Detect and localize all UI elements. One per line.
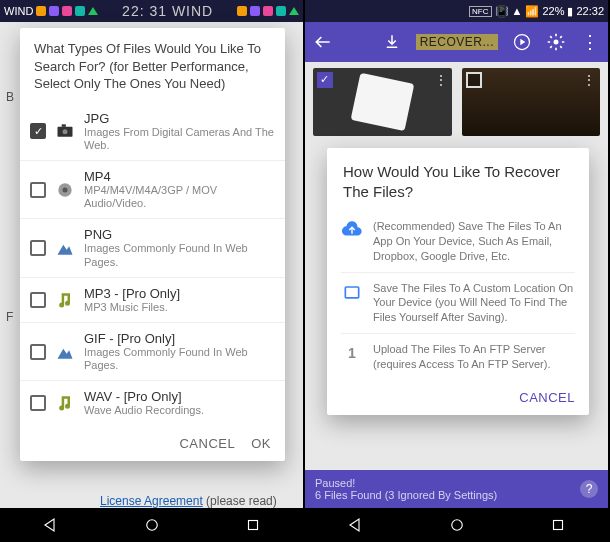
back-icon[interactable] — [42, 516, 60, 534]
paused-bar: Paused! 6 Files Found (3 Ignored By Sett… — [305, 470, 608, 508]
image-icon — [54, 341, 76, 363]
help-icon[interactable]: ? — [580, 480, 598, 498]
thumbnail-checkbox[interactable] — [317, 72, 333, 88]
camera-icon — [54, 120, 76, 142]
cancel-button[interactable]: CANCEL — [519, 390, 575, 405]
thumbnail-more-icon[interactable]: ⋮ — [434, 72, 448, 88]
cancel-button[interactable]: CANCEL — [179, 436, 235, 451]
back-icon[interactable] — [347, 516, 365, 534]
status-bar: NFC 📳 ▲ 📶 22% ▮ 22:32 — [305, 0, 608, 22]
file-type-name: MP3 - [Pro Only] — [84, 286, 275, 301]
thumbnail-more-icon[interactable]: ⋮ — [582, 72, 596, 88]
ok-button[interactable]: OK — [251, 436, 271, 451]
carrier-label: WIND — [4, 5, 33, 17]
svg-rect-11 — [553, 521, 562, 530]
checkbox[interactable] — [30, 182, 46, 198]
recover-option-text: Save The Files To A Custom Location On Y… — [373, 281, 575, 326]
status-app-icon — [49, 6, 59, 16]
recover-options-list: (Recommended) Save The Files To An App O… — [327, 211, 589, 380]
status-app-icon — [237, 6, 247, 16]
bg-license: License Agreement (please read) — [100, 494, 277, 508]
ftp-icon: 1 — [341, 342, 363, 364]
recover-option-ftp[interactable]: 1 Upload The Files To An FTP Server (req… — [341, 334, 575, 380]
screen-right: NFC 📳 ▲ 📶 22% ▮ 22:32 RECOVER... ⋮ ⋮ — [305, 0, 608, 542]
app-bar: RECOVER... ⋮ — [305, 22, 608, 62]
checkbox[interactable] — [30, 344, 46, 360]
file-type-row-wav[interactable]: WAV - [Pro Only] Wave Audio Recordings. — [20, 381, 285, 425]
recents-icon[interactable] — [244, 516, 262, 534]
home-icon[interactable] — [143, 516, 161, 534]
thumbnail[interactable]: ⋮ — [462, 68, 601, 136]
file-type-row-mp4[interactable]: MP4 MP4/M4V/M4A/3GP / MOV Audio/Video. — [20, 161, 285, 219]
recents-icon[interactable] — [549, 516, 567, 534]
status-app-icon — [62, 6, 72, 16]
svg-rect-2 — [62, 125, 66, 128]
recover-option-local[interactable]: Save The Files To A Custom Location On Y… — [341, 273, 575, 335]
svg-point-8 — [554, 40, 559, 45]
checkbox[interactable] — [30, 240, 46, 256]
file-type-name: GIF - [Pro Only] — [84, 331, 275, 346]
back-arrow-icon[interactable] — [313, 32, 333, 52]
dialog-title: What Types Of Files Would You Like To Se… — [20, 28, 285, 103]
checkbox[interactable] — [30, 292, 46, 308]
play-store-icon — [88, 7, 98, 15]
bg-letter: B — [6, 90, 14, 104]
license-link[interactable]: License Agreement — [100, 494, 203, 508]
svg-point-1 — [63, 130, 68, 135]
cloud-upload-icon — [341, 219, 363, 241]
folder-icon — [341, 281, 363, 303]
file-type-name: WAV - [Pro Only] — [84, 389, 275, 404]
svg-point-10 — [451, 520, 462, 531]
recover-label[interactable]: RECOVER... — [416, 34, 498, 50]
film-icon — [54, 179, 76, 201]
home-icon[interactable] — [448, 516, 466, 534]
nav-bar — [0, 508, 303, 542]
svg-point-4 — [63, 187, 68, 192]
status-app-icon — [36, 6, 46, 16]
file-type-desc: Images Commonly Found In Web Pages. — [84, 346, 275, 372]
status-bar: WIND 22: 31 WIND — [0, 0, 303, 22]
nav-bar — [305, 508, 608, 542]
file-type-row-mp3[interactable]: MP3 - [Pro Only] MP3 Music Files. — [20, 278, 285, 323]
file-type-row-png[interactable]: PNG Images Commonly Found In Web Pages. — [20, 219, 285, 277]
paused-title: Paused! — [315, 477, 598, 489]
screen-left: WIND 22: 31 WIND B F License Agreement (… — [0, 0, 303, 542]
status-app-icon — [276, 6, 286, 16]
status-clock: 22: 31 WIND — [98, 3, 237, 19]
checkbox[interactable] — [30, 123, 46, 139]
thumbnail-grid: ⋮ ⋮ — [313, 68, 600, 136]
thumbnail[interactable]: ⋮ — [313, 68, 452, 136]
music-icon — [54, 392, 76, 414]
play-circle-icon[interactable] — [512, 32, 532, 52]
recover-option-cloud[interactable]: (Recommended) Save The Files To An App O… — [341, 211, 575, 273]
file-type-desc: MP4/M4V/M4A/3GP / MOV Audio/Video. — [84, 184, 275, 210]
dialog-actions: CANCEL OK — [20, 426, 285, 461]
recover-dialog: How Would You Like To Recover The Files?… — [327, 148, 589, 415]
svg-rect-9 — [345, 287, 358, 298]
vibrate-icon: 📳 — [495, 5, 509, 18]
file-type-name: JPG — [84, 111, 275, 126]
file-types-dialog: What Types Of Files Would You Like To Se… — [20, 28, 285, 461]
nfc-label: NFC — [469, 6, 491, 17]
file-type-desc: Images Commonly Found In Web Pages. — [84, 242, 275, 268]
file-type-desc: MP3 Music Files. — [84, 301, 275, 314]
file-type-list: JPG Images From Digital Cameras And The … — [20, 103, 285, 426]
file-type-row-gif[interactable]: GIF - [Pro Only] Images Commonly Found I… — [20, 323, 285, 381]
file-type-name: PNG — [84, 227, 275, 242]
signal-icon: 📶 — [525, 5, 539, 18]
file-type-desc: Images From Digital Cameras And The Web. — [84, 126, 275, 152]
download-icon[interactable] — [382, 32, 402, 52]
file-type-row-jpg[interactable]: JPG Images From Digital Cameras And The … — [20, 103, 285, 161]
recover-option-text: (Recommended) Save The Files To An App O… — [373, 219, 575, 264]
svg-point-5 — [146, 520, 157, 531]
gear-icon[interactable] — [546, 32, 566, 52]
music-icon — [54, 289, 76, 311]
status-app-icon — [75, 6, 85, 16]
dialog-actions: CANCEL — [327, 380, 589, 415]
more-icon[interactable]: ⋮ — [580, 32, 600, 52]
thumbnail-checkbox[interactable] — [466, 72, 482, 88]
checkbox[interactable] — [30, 395, 46, 411]
clock-label: 22:32 — [576, 5, 604, 17]
image-icon — [54, 237, 76, 259]
file-type-desc: Wave Audio Recordings. — [84, 404, 275, 417]
